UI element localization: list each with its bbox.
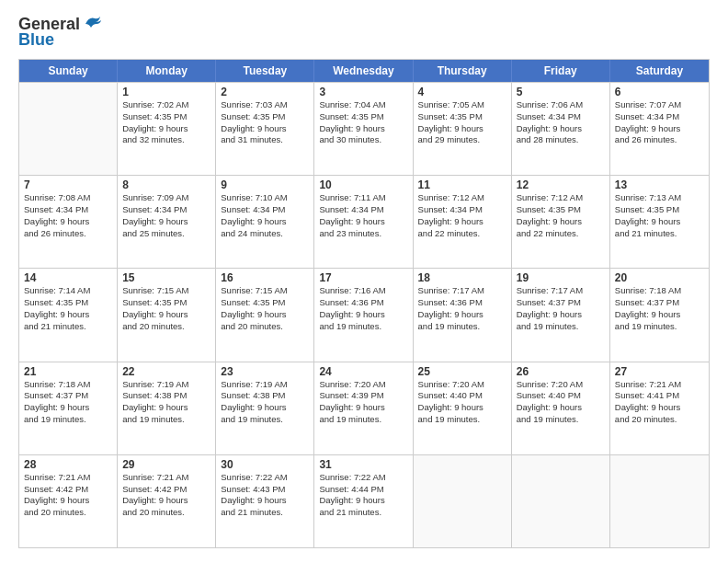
day-number: 10	[319, 178, 407, 191]
day-content: Sunrise: 7:09 AM Sunset: 4:34 PM Dayligh…	[122, 192, 210, 239]
day-number: 7	[24, 178, 112, 191]
calendar-cell: 26Sunrise: 7:20 AM Sunset: 4:40 PM Dayli…	[512, 362, 610, 454]
calendar-cell: 3Sunrise: 7:04 AM Sunset: 4:35 PM Daylig…	[314, 83, 413, 175]
day-number: 15	[122, 271, 210, 284]
day-number: 19	[517, 271, 605, 284]
day-content: Sunrise: 7:20 AM Sunset: 4:40 PM Dayligh…	[418, 379, 506, 426]
calendar-cell	[19, 83, 118, 175]
calendar-cell: 27Sunrise: 7:21 AM Sunset: 4:41 PM Dayli…	[610, 362, 709, 454]
calendar-cell: 16Sunrise: 7:15 AM Sunset: 4:35 PM Dayli…	[216, 269, 314, 361]
day-number: 3	[319, 86, 407, 98]
calendar-cell	[414, 455, 512, 547]
calendar-cell: 7Sunrise: 7:08 AM Sunset: 4:34 PM Daylig…	[19, 176, 118, 268]
calendar-cell: 25Sunrise: 7:20 AM Sunset: 4:40 PM Dayli…	[414, 362, 512, 454]
day-header-wednesday: Wednesday	[314, 60, 413, 82]
day-content: Sunrise: 7:21 AM Sunset: 4:42 PM Dayligh…	[122, 472, 210, 519]
day-header-thursday: Thursday	[414, 60, 512, 82]
day-header-friday: Friday	[512, 60, 610, 82]
calendar-header: SundayMondayTuesdayWednesdayThursdayFrid…	[19, 60, 709, 82]
day-content: Sunrise: 7:11 AM Sunset: 4:34 PM Dayligh…	[319, 192, 407, 239]
day-content: Sunrise: 7:18 AM Sunset: 4:37 PM Dayligh…	[24, 379, 112, 426]
day-header-monday: Monday	[118, 60, 216, 82]
calendar-week-1: 1Sunrise: 7:02 AM Sunset: 4:35 PM Daylig…	[19, 82, 709, 175]
day-content: Sunrise: 7:07 AM Sunset: 4:34 PM Dayligh…	[615, 99, 704, 146]
day-number: 27	[615, 365, 704, 378]
day-number: 17	[319, 271, 407, 284]
calendar-cell: 6Sunrise: 7:07 AM Sunset: 4:34 PM Daylig…	[610, 83, 709, 175]
logo-blue: Blue	[18, 30, 54, 50]
day-number: 8	[122, 178, 210, 191]
calendar-cell: 15Sunrise: 7:15 AM Sunset: 4:35 PM Dayli…	[118, 269, 216, 361]
calendar-cell: 1Sunrise: 7:02 AM Sunset: 4:35 PM Daylig…	[118, 83, 216, 175]
calendar-cell	[512, 455, 610, 547]
day-content: Sunrise: 7:17 AM Sunset: 4:36 PM Dayligh…	[418, 285, 506, 332]
day-content: Sunrise: 7:17 AM Sunset: 4:37 PM Dayligh…	[517, 285, 605, 332]
calendar-cell: 21Sunrise: 7:18 AM Sunset: 4:37 PM Dayli…	[19, 362, 118, 454]
day-number: 23	[221, 365, 309, 378]
calendar-cell: 31Sunrise: 7:22 AM Sunset: 4:44 PM Dayli…	[314, 455, 413, 547]
calendar-cell: 29Sunrise: 7:21 AM Sunset: 4:42 PM Dayli…	[118, 455, 216, 547]
logo-bird-icon	[82, 15, 102, 31]
calendar-week-5: 28Sunrise: 7:21 AM Sunset: 4:42 PM Dayli…	[19, 454, 709, 547]
calendar-week-4: 21Sunrise: 7:18 AM Sunset: 4:37 PM Dayli…	[19, 362, 709, 454]
day-number: 30	[221, 458, 309, 471]
day-number: 31	[319, 458, 407, 471]
day-number: 2	[221, 86, 309, 98]
day-number: 28	[24, 458, 112, 471]
day-number: 13	[615, 178, 704, 191]
page: General Blue SundayMondayTuesdayWednesda…	[0, 0, 728, 563]
day-content: Sunrise: 7:06 AM Sunset: 4:34 PM Dayligh…	[517, 99, 605, 146]
day-content: Sunrise: 7:12 AM Sunset: 4:35 PM Dayligh…	[517, 192, 605, 239]
day-content: Sunrise: 7:20 AM Sunset: 4:39 PM Dayligh…	[319, 379, 407, 426]
day-content: Sunrise: 7:03 AM Sunset: 4:35 PM Dayligh…	[221, 99, 309, 146]
day-number: 18	[418, 271, 506, 284]
day-number: 20	[615, 271, 704, 284]
calendar-cell: 18Sunrise: 7:17 AM Sunset: 4:36 PM Dayli…	[414, 269, 512, 361]
day-number: 21	[24, 365, 112, 378]
day-number: 25	[418, 365, 506, 378]
day-content: Sunrise: 7:19 AM Sunset: 4:38 PM Dayligh…	[221, 379, 309, 426]
calendar-cell: 17Sunrise: 7:16 AM Sunset: 4:36 PM Dayli…	[314, 269, 413, 361]
calendar-body: 1Sunrise: 7:02 AM Sunset: 4:35 PM Daylig…	[19, 82, 709, 547]
day-number: 14	[24, 271, 112, 284]
calendar-cell: 19Sunrise: 7:17 AM Sunset: 4:37 PM Dayli…	[512, 269, 610, 361]
calendar-cell: 22Sunrise: 7:19 AM Sunset: 4:38 PM Dayli…	[118, 362, 216, 454]
calendar: SundayMondayTuesdayWednesdayThursdayFrid…	[18, 59, 710, 548]
day-content: Sunrise: 7:08 AM Sunset: 4:34 PM Dayligh…	[24, 192, 112, 239]
day-content: Sunrise: 7:22 AM Sunset: 4:43 PM Dayligh…	[221, 472, 309, 519]
day-content: Sunrise: 7:22 AM Sunset: 4:44 PM Dayligh…	[319, 472, 407, 519]
day-content: Sunrise: 7:15 AM Sunset: 4:35 PM Dayligh…	[221, 285, 309, 332]
calendar-cell: 11Sunrise: 7:12 AM Sunset: 4:34 PM Dayli…	[414, 176, 512, 268]
day-content: Sunrise: 7:16 AM Sunset: 4:36 PM Dayligh…	[319, 285, 407, 332]
calendar-cell: 8Sunrise: 7:09 AM Sunset: 4:34 PM Daylig…	[118, 176, 216, 268]
day-number: 29	[122, 458, 210, 471]
calendar-cell: 10Sunrise: 7:11 AM Sunset: 4:34 PM Dayli…	[314, 176, 413, 268]
day-content: Sunrise: 7:04 AM Sunset: 4:35 PM Dayligh…	[319, 99, 407, 146]
day-number: 4	[418, 86, 506, 98]
calendar-cell: 2Sunrise: 7:03 AM Sunset: 4:35 PM Daylig…	[216, 83, 314, 175]
day-number: 26	[517, 365, 605, 378]
calendar-cell	[610, 455, 709, 547]
day-number: 6	[615, 86, 704, 98]
day-content: Sunrise: 7:18 AM Sunset: 4:37 PM Dayligh…	[615, 285, 704, 332]
day-content: Sunrise: 7:14 AM Sunset: 4:35 PM Dayligh…	[24, 285, 112, 332]
calendar-cell: 5Sunrise: 7:06 AM Sunset: 4:34 PM Daylig…	[512, 83, 610, 175]
calendar-cell: 9Sunrise: 7:10 AM Sunset: 4:34 PM Daylig…	[216, 176, 314, 268]
calendar-cell: 30Sunrise: 7:22 AM Sunset: 4:43 PM Dayli…	[216, 455, 314, 547]
calendar-cell: 12Sunrise: 7:12 AM Sunset: 4:35 PM Dayli…	[512, 176, 610, 268]
calendar-cell: 23Sunrise: 7:19 AM Sunset: 4:38 PM Dayli…	[216, 362, 314, 454]
day-number: 9	[221, 178, 309, 191]
day-header-tuesday: Tuesday	[216, 60, 314, 82]
calendar-week-2: 7Sunrise: 7:08 AM Sunset: 4:34 PM Daylig…	[19, 175, 709, 268]
calendar-cell: 24Sunrise: 7:20 AM Sunset: 4:39 PM Dayli…	[314, 362, 413, 454]
day-content: Sunrise: 7:13 AM Sunset: 4:35 PM Dayligh…	[615, 192, 704, 239]
calendar-cell: 14Sunrise: 7:14 AM Sunset: 4:35 PM Dayli…	[19, 269, 118, 361]
day-content: Sunrise: 7:12 AM Sunset: 4:34 PM Dayligh…	[418, 192, 506, 239]
day-content: Sunrise: 7:15 AM Sunset: 4:35 PM Dayligh…	[122, 285, 210, 332]
day-number: 16	[221, 271, 309, 284]
day-number: 11	[418, 178, 506, 191]
day-number: 24	[319, 365, 407, 378]
day-number: 12	[517, 178, 605, 191]
day-number: 1	[122, 86, 210, 98]
day-header-sunday: Sunday	[19, 60, 118, 82]
